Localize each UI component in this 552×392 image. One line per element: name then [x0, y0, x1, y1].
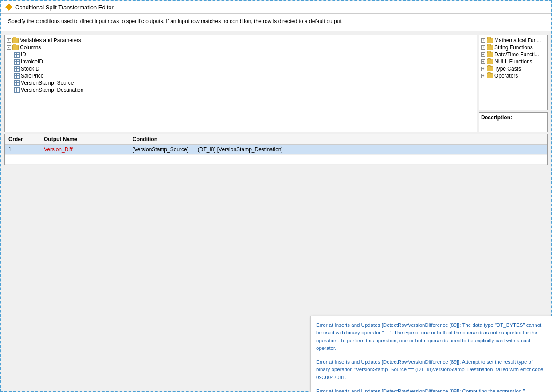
tree-label-stringfunctions: String Functions: [494, 44, 533, 51]
tree-label-id: ID: [21, 51, 26, 58]
grid-wrapper: Order Output Name Condition 1 Version_Di…: [4, 134, 548, 165]
title-bar: Conditional Split Transformation Editor: [1, 1, 551, 14]
grid-cell-outputname-1: Version_Diff: [40, 145, 129, 154]
window-title: Conditional Split Transformation Editor: [15, 4, 114, 11]
folder-icon-nullfunctions: [487, 59, 493, 64]
description-panel-label: Description:: [481, 114, 545, 121]
error-popup: Error at Inserts and Updates [DetectRowV…: [310, 316, 552, 392]
tree-item-stringfunctions[interactable]: + String Functions: [481, 44, 545, 51]
tree-item-versionstamp-source[interactable]: VersionStamp_Source: [7, 79, 475, 86]
tree-label-variables: Variables and Parameters: [20, 37, 81, 43]
grid-header-condition: Condition: [129, 134, 547, 144]
tree-item-mathematical[interactable]: + Mathematical Fun...: [481, 37, 545, 44]
tree-label-datetimefunctions: Date/Time Functi...: [494, 51, 539, 58]
error-1: Error at Inserts and Updates [DetectRowV…: [316, 321, 546, 352]
tree-label-versionstamp-destination: VersionStamp_Destination: [21, 87, 83, 93]
tree-item-saleprice[interactable]: SalePrice: [7, 72, 475, 79]
tree-label-invoiceid: InvoiceID: [21, 59, 43, 65]
error-3: Error at Inserts and Updates [DetectRowV…: [316, 388, 546, 392]
tree-label-columns: Columns: [20, 44, 41, 51]
table-icon-stockid: [14, 66, 20, 72]
expand-icon-operators[interactable]: +: [481, 74, 485, 78]
left-tree-panel[interactable]: + Variables and Parameters - Columns ID …: [4, 35, 477, 132]
tree-item-versionstamp-destination[interactable]: VersionStamp_Destination: [7, 86, 475, 94]
tree-label-stockid: StockID: [21, 66, 39, 72]
grid-empty-row: [5, 155, 547, 165]
folder-icon-stringfunctions: [487, 45, 493, 50]
grid-section[interactable]: Order Output Name Condition 1 Version_Di…: [4, 134, 548, 165]
table-icon-id: [14, 52, 20, 58]
main-window: Conditional Split Transformation Editor …: [0, 0, 552, 392]
table-icon-versionstamp-destination: [14, 87, 20, 93]
grid-row-1[interactable]: 1 Version_Diff [VersionStamp_Source] == …: [5, 145, 547, 155]
expand-icon-datetimefunctions[interactable]: +: [481, 52, 485, 57]
description-bar: Specify the conditions used to direct in…: [1, 14, 551, 31]
table-icon-invoiceid: [14, 59, 20, 65]
folder-icon-datetimefunctions: [487, 52, 493, 57]
expand-icon-columns[interactable]: -: [7, 45, 11, 50]
folder-icon-mathematical: [487, 38, 493, 43]
main-content: + Variables and Parameters - Columns ID …: [1, 31, 551, 391]
grid-empty-cell-order: [5, 155, 40, 164]
folder-icon-typecasts: [487, 66, 493, 71]
expand-icon-typecasts[interactable]: +: [481, 67, 485, 71]
description-text: Specify the conditions used to direct in…: [8, 18, 343, 24]
expand-icon-variables[interactable]: +: [7, 38, 11, 43]
grid-header: Order Output Name Condition: [5, 134, 547, 145]
tree-item-invoiceid[interactable]: InvoiceID: [7, 58, 475, 65]
tree-item-operators[interactable]: + Operators: [481, 72, 545, 79]
tree-item-typecasts[interactable]: + Type Casts: [481, 65, 545, 72]
top-section: + Variables and Parameters - Columns ID …: [4, 35, 548, 132]
expand-icon-mathematical[interactable]: +: [481, 38, 485, 43]
folder-icon-columns: [12, 45, 19, 50]
tree-label-nullfunctions: NULL Functions: [494, 59, 532, 65]
folder-icon-variables: [12, 38, 19, 43]
table-icon-saleprice: [14, 73, 20, 79]
tree-item-id[interactable]: ID: [7, 51, 475, 58]
right-panel: + Mathematical Fun... + String Functions…: [479, 35, 548, 132]
tree-item-datetimefunctions[interactable]: + Date/Time Functi...: [481, 51, 545, 58]
tree-item-columns[interactable]: - Columns: [7, 44, 475, 51]
tree-item-stockid[interactable]: StockID: [7, 65, 475, 72]
tree-label-typecasts: Type Casts: [494, 66, 521, 72]
right-tree-panel[interactable]: + Mathematical Fun... + String Functions…: [479, 35, 548, 110]
grid-header-order: Order: [5, 134, 40, 144]
table-icon-versionstamp-source: [14, 80, 20, 86]
app-icon: [5, 4, 12, 11]
grid-cell-order-1: 1: [5, 145, 40, 154]
expand-icon-nullfunctions[interactable]: +: [481, 59, 485, 64]
grid-empty-cell-condition: [129, 155, 547, 164]
expand-icon-stringfunctions[interactable]: +: [481, 45, 485, 50]
folder-icon-operators: [487, 73, 493, 78]
tree-label-versionstamp-source: VersionStamp_Source: [21, 80, 74, 86]
grid-empty-cell-outputname: [40, 155, 129, 164]
grid-header-outputname: Output Name: [40, 134, 129, 144]
error-2: Error at Inserts and Updates [DetectRowV…: [316, 358, 546, 381]
tree-label-saleprice: SalePrice: [21, 73, 43, 79]
tree-item-variables[interactable]: + Variables and Parameters: [7, 37, 475, 44]
tree-label-operators: Operators: [494, 73, 518, 79]
tree-label-mathematical: Mathematical Fun...: [494, 37, 541, 43]
description-panel: Description:: [479, 112, 548, 132]
grid-cell-condition-1: [VersionStamp_Source] == (DT_I8) [Versio…: [129, 145, 547, 154]
tree-item-nullfunctions[interactable]: + NULL Functions: [481, 58, 545, 65]
